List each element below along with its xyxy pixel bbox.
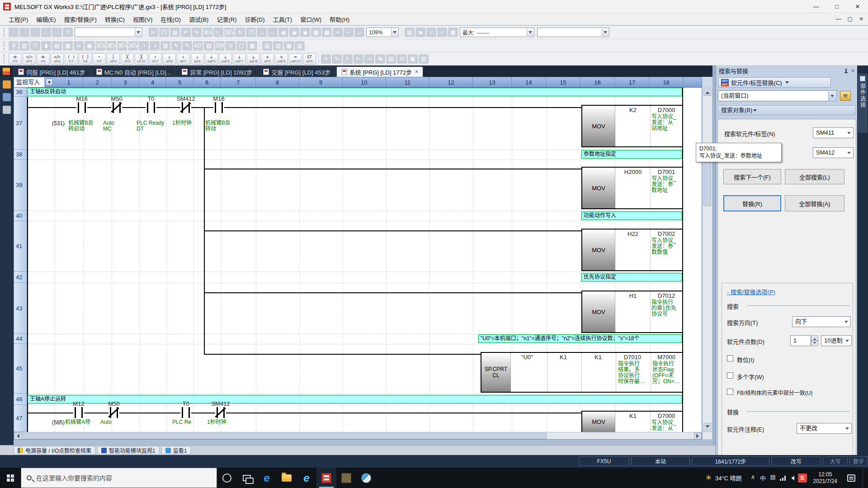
rung-number-cell[interactable]: 46 <box>14 394 27 405</box>
ladder-symbol-button[interactable]: ↑sF7 <box>149 53 162 65</box>
statement-row-40[interactable]: 功能动作写入 <box>581 211 682 220</box>
toolbar-icon[interactable] <box>19 28 29 37</box>
ladder-symbol-button[interactable]: ⊣/⊢sF5 <box>23 53 36 65</box>
maximize-button[interactable]: □ <box>826 0 847 13</box>
tray-icon[interactable]: 中 <box>758 474 768 482</box>
digit-checkbox[interactable] <box>727 355 733 361</box>
ladder-symbol-button[interactable]: ⊥saF5 <box>205 53 218 65</box>
toolbar-icon[interactable]: DEV <box>224 28 234 37</box>
instruction-mov[interactable]: MOV K1 D7000 写入协议_ 发送：从 <box>581 411 683 432</box>
search-input[interactable] <box>36 474 208 482</box>
toolbar-icon[interactable]: ▨ <box>204 41 214 51</box>
menu-item[interactable]: 视图(V) <box>129 13 156 25</box>
toolbar-icon[interactable]: ▥ <box>19 41 29 51</box>
rung-number-cell[interactable]: 43 <box>14 283 27 334</box>
contact-nc[interactable] <box>215 407 226 418</box>
app-button[interactable] <box>336 468 356 488</box>
ladder-symbol-button[interactable]: [ ]F8 <box>79 53 92 65</box>
toolbar-icon[interactable]: ▣ <box>408 54 418 64</box>
watch-combobox[interactable] <box>537 28 609 37</box>
ladder-symbol-button[interactable]: ↓sF8 <box>163 53 176 65</box>
chevron-down-icon[interactable] <box>527 28 533 36</box>
toolbar-icon[interactable]: I/O <box>193 41 203 51</box>
toolbar-icon[interactable]: ? <box>63 28 73 37</box>
cortana-button[interactable] <box>217 468 237 488</box>
rung-number-cell[interactable]: 38 <box>14 150 27 160</box>
toolbar-icon[interactable]: ✎ <box>171 41 181 51</box>
menu-item[interactable]: 编辑(E) <box>32 13 60 25</box>
toolbar-icon[interactable]: DEV <box>117 41 127 51</box>
toolbar-icon[interactable] <box>9 28 19 37</box>
rung-number-cell[interactable]: 41 <box>14 221 27 272</box>
file-explorer-button[interactable] <box>277 468 297 488</box>
toolbar-icon[interactable]: → <box>257 28 267 37</box>
tab-close-icon[interactable]: × <box>414 69 418 75</box>
ladder-symbol-button[interactable]: ═caF10 <box>289 53 302 65</box>
rung-number-cell[interactable]: 44 <box>14 334 27 344</box>
statement-row-42[interactable]: 优先协议指定 <box>581 273 682 282</box>
ladder-symbol-button[interactable]: STaF9 <box>303 53 316 65</box>
mdi-window-control[interactable]: ✕ <box>859 16 863 22</box>
vertical-scrollbar[interactable] <box>702 87 712 432</box>
toolbar-icon[interactable]: ↻ <box>235 28 245 37</box>
toolbar-icon[interactable]: ↶ <box>181 28 191 37</box>
ladder-symbol-button[interactable]: ⊣/⊢sF6 <box>51 53 64 65</box>
rung-number-cell[interactable]: 36 <box>14 88 27 97</box>
toolbar-icon[interactable]: ▩ <box>247 41 257 51</box>
window-list-icon[interactable] <box>2 67 10 75</box>
device-comment-combobox[interactable]: 不更改 <box>797 423 852 434</box>
replace-mode-button[interactable]: DEVRFP 软元件/标签替换(C) <box>718 77 831 88</box>
toolbar-icon[interactable]: ◑ <box>150 41 160 51</box>
monitor-max-combobox[interactable]: 最大: ------- <box>460 28 534 37</box>
toolbar-icon[interactable]: + <box>333 28 343 37</box>
replace-device-combobox[interactable]: SM412 <box>813 147 854 158</box>
toolbar-icon[interactable]: DEV <box>203 28 212 37</box>
replace-button[interactable]: 替换(R) <box>723 195 781 211</box>
toolbar-icon[interactable]: ◉ <box>278 28 288 37</box>
toolbar-icon[interactable]: ▢ <box>236 41 246 51</box>
element-selection-tab[interactable]: 部件选择 <box>858 74 867 132</box>
toolbar-icon[interactable]: ▦ <box>311 28 321 37</box>
toolbar-icon[interactable]: ▭ <box>364 54 374 64</box>
chevron-down-icon[interactable] <box>135 28 142 36</box>
toolbar-icon[interactable]: ❐ <box>159 28 169 37</box>
number-base-combobox[interactable]: 10进制 <box>821 335 852 346</box>
pin-icon[interactable] <box>844 69 848 74</box>
toolbar-icon[interactable]: ▦ <box>448 28 458 37</box>
find-all-button[interactable]: 全部搜索(L) <box>785 169 844 184</box>
toolbar-icon[interactable]: ⊩ <box>354 54 363 64</box>
navigation-dock-icon[interactable] <box>3 80 11 89</box>
toolbar-icon[interactable]: ◔ <box>139 41 149 51</box>
toolbar-icon[interactable]: ⊙ <box>397 54 407 64</box>
toolbar-icon[interactable]: ▤ <box>170 28 180 37</box>
search-target-button[interactable]: 搜索对象(B) <box>718 105 856 115</box>
task-view-button[interactable] <box>237 468 257 488</box>
tray-icon[interactable]: ∧ <box>748 474 758 482</box>
dock-tab[interactable]: 智能功能模块监视1 <box>97 446 160 455</box>
panel-close-icon[interactable]: × <box>851 68 854 74</box>
toolbar-icon[interactable]: ▥ <box>273 41 283 51</box>
instruction-sp-cprtcl[interactable]: SP.CPRT CL "U0" K1 K1 D7010 M7000 指令执行 结… <box>481 352 683 393</box>
rung-number-cell[interactable]: 42 <box>14 272 27 283</box>
close-button[interactable]: ✕ <box>847 0 868 13</box>
toolbar-icon[interactable]: ■ <box>415 28 425 37</box>
toolbar-icon[interactable]: ↹ <box>375 54 385 64</box>
toolbar-icon[interactable]: ✎ <box>182 41 192 51</box>
menu-item[interactable]: 记录(R) <box>212 13 241 25</box>
tray-icon[interactable]: ▤ <box>768 474 778 482</box>
toolbar-icon[interactable]: ▧ <box>160 41 170 51</box>
weather-widget[interactable]: ☀ 34°C 晴朗 <box>701 468 746 488</box>
toolbar-icon[interactable]: ≡ <box>321 54 331 64</box>
rung-number-cell[interactable]: 47 <box>14 405 27 432</box>
toolbar-icon[interactable]: DEV <box>95 41 105 51</box>
toolbar-icon[interactable]: ∞ <box>74 41 84 51</box>
instruction-mov[interactable]: MOV K2 D7000 写入协议_ 发送：从 站地址 <box>581 105 683 147</box>
ladder-symbol-button[interactable]: ∧aF5 <box>261 53 274 65</box>
toolbar-icon[interactable]: ▧ <box>295 41 305 51</box>
contact-no[interactable] <box>180 407 191 418</box>
menu-item[interactable]: 帮助(H) <box>326 13 354 25</box>
ladder-symbol-button[interactable]: ╳cF9 <box>121 53 134 65</box>
toolbar-icon[interactable]: ⊦ <box>343 54 353 64</box>
toolbar-icon[interactable]: ✓ <box>426 28 436 37</box>
menu-item[interactable]: 调试(B) <box>185 13 212 25</box>
